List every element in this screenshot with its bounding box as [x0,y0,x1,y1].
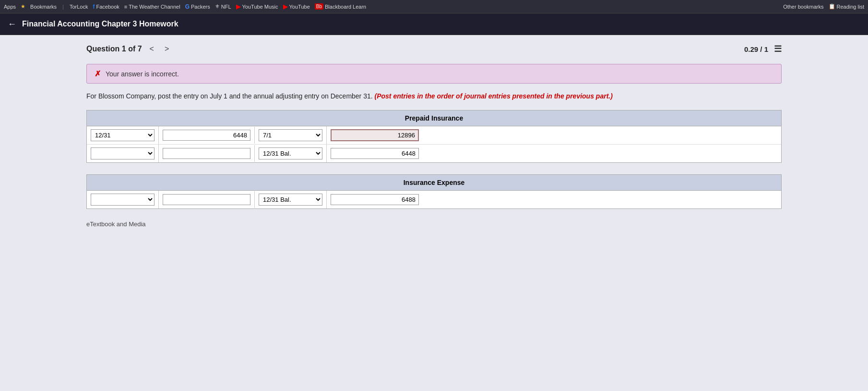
prev-question-button[interactable]: < [147,44,157,54]
youtube-bookmark[interactable]: ▶ YouTube [283,3,310,10]
bookmarks-label: Bookmarks [30,4,57,10]
incorrect-banner: ✗ Your answer is incorrect. [86,64,782,84]
instructions-main: For Blossom Company, post the entry on J… [86,92,373,100]
apps-label: Apps [4,4,16,10]
blackboard-icon: Bb [315,3,323,10]
content-area: Question 1 of 7 < > 0.29 / 1 ☰ ✗ Your an… [0,35,868,391]
pi-amount-right-2[interactable] [327,145,423,162]
insurance-expense-ledger: Insurance Expense 12/31 7/1 12/31 Bal. 7… [86,174,782,209]
title-bar: ← Financial Accounting Chapter 3 Homewor… [0,13,868,35]
ytmusic-bookmark[interactable]: ▶ YouTube Music [236,3,278,10]
pi-date-left-2[interactable]: 12/31 7/1 [87,145,159,162]
incorrect-icon: ✗ [95,69,101,78]
pi-amount-left-1[interactable] [159,127,255,144]
prepaid-insurance-ledger: Prepaid Insurance 12/31 7/1 1/1 7/1 12/3… [86,110,782,163]
pi-date-select-left-2[interactable]: 12/31 7/1 [91,147,155,159]
score-display: 0.29 / 1 [744,45,768,53]
facebook-bookmark[interactable]: f Facebook [93,3,119,10]
back-button[interactable]: ← [8,19,16,29]
weather-bookmark[interactable]: ≡ The Weather Channel [124,4,180,10]
other-bookmarks[interactable]: Other bookmarks [783,4,823,10]
instructions-text: For Blossom Company, post the entry on J… [86,91,782,101]
pi-date-left-1[interactable]: 12/31 7/1 1/1 [87,126,159,144]
question-header: Question 1 of 7 < > 0.29 / 1 ☰ [0,35,868,60]
ie-date-select-left-1[interactable]: 12/31 7/1 [91,194,155,206]
next-question-button[interactable]: > [162,44,172,54]
prepaid-row-2: 12/31 7/1 12/31 Bal. 7/1 12/31 [87,145,781,162]
ie-amount-input-right-1[interactable] [331,194,419,205]
page-title: Financial Accounting Chapter 3 Homework [22,20,178,28]
nfl-bookmark[interactable]: ⚜ NFL [215,3,231,10]
etextbook-label: eTextbook and Media [86,220,146,228]
etextbook-footer: eTextbook and Media [86,220,782,228]
apps-link[interactable]: Apps [4,4,16,10]
pi-date-select-right-2[interactable]: 12/31 Bal. 7/1 12/31 [259,147,322,159]
reading-list[interactable]: 📋 Reading list [829,3,864,10]
youtube-icon: ▶ [283,3,288,10]
ie-date-right-1[interactable]: 12/31 Bal. 7/1 12/31 [255,191,327,208]
instructions-red: (Post entries in the order of journal en… [375,92,613,100]
packers-bookmark[interactable]: G Packers [185,3,210,10]
ie-amount-left-1[interactable] [159,191,255,208]
pi-date-select-right-1[interactable]: 7/1 12/31 12/31 Bal. [259,129,322,141]
pi-date-select-left-1[interactable]: 12/31 7/1 1/1 [91,129,155,141]
pi-amount-input-left-1[interactable] [163,130,250,141]
ie-amount-input-left-1[interactable] [163,194,250,205]
question-label: Question 1 of 7 [86,45,142,53]
menu-icon[interactable]: ☰ [774,44,782,54]
star-icon: ★ [21,3,25,10]
ie-date-left-1[interactable]: 12/31 7/1 [87,191,159,208]
pi-amount-input-right-1[interactable] [331,129,419,141]
blackboard-bookmark[interactable]: Bb Blackboard Learn [315,3,366,10]
browser-bookmarks-bar: Apps ★ Bookmarks | TorLock f Facebook ≡ … [0,0,868,13]
pi-amount-left-2[interactable] [159,145,255,162]
pi-date-right-2[interactable]: 12/31 Bal. 7/1 12/31 [255,145,327,162]
ie-date-select-right-1[interactable]: 12/31 Bal. 7/1 12/31 [259,194,322,206]
pi-amount-input-left-2[interactable] [163,148,250,159]
score-area: 0.29 / 1 ☰ [744,44,782,54]
prepaid-insurance-header: Prepaid Insurance [87,110,781,126]
ie-amount-right-1[interactable] [327,191,423,208]
ie-row-1: 12/31 7/1 12/31 Bal. 7/1 12/31 [87,191,781,208]
torlock-bookmark[interactable]: TorLock [70,4,88,10]
pi-date-right-1[interactable]: 7/1 12/31 12/31 Bal. [255,126,327,144]
incorrect-message: Your answer is incorrect. [106,70,179,78]
google-icon: G [185,3,190,10]
insurance-expense-header: Insurance Expense [87,175,781,191]
facebook-icon: f [93,3,95,10]
ytmusic-icon: ▶ [236,3,241,10]
prepaid-row-1: 12/31 7/1 1/1 7/1 12/31 12/31 Bal. [87,126,781,145]
question-navigation: Question 1 of 7 < > [86,44,172,54]
pi-amount-input-right-2[interactable] [331,148,419,159]
pi-amount-right-1[interactable] [327,126,423,144]
